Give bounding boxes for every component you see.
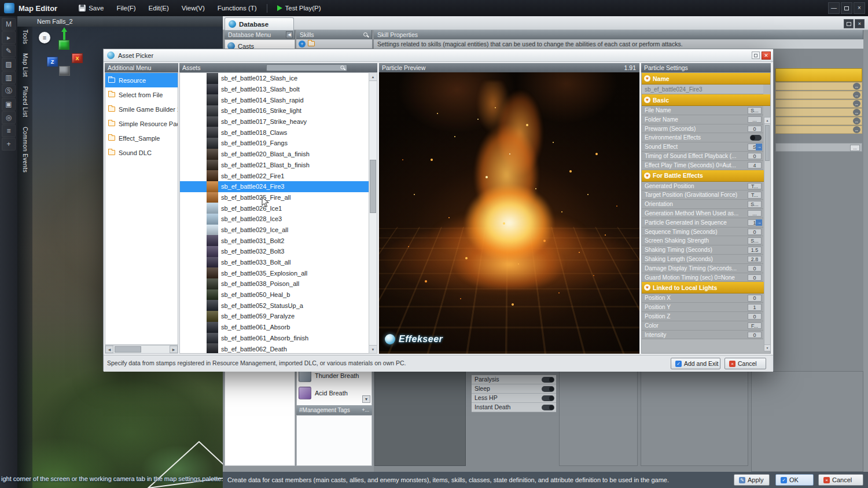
asset-list-item[interactable]: sb_ef_battle033_Bolt_all — [180, 257, 369, 268]
asset-list-item[interactable]: sb_ef_battle016_Strike_light — [180, 105, 369, 116]
attribute-header-row[interactable] — [775, 68, 862, 82]
test-play-button[interactable]: Test Play(P) — [271, 0, 328, 16]
settings-value[interactable]: T... — [748, 192, 762, 199]
asset-list-item[interactable]: sb_ef_battle059_Paralyze — [180, 311, 369, 322]
add-skill-button[interactable]: + — [299, 41, 306, 47]
more-button[interactable]: ... — [850, 145, 860, 151]
swap-icon[interactable]: ↔ — [853, 91, 860, 98]
center-cube[interactable] — [59, 66, 70, 76]
settings-value[interactable]: ... — [748, 116, 762, 123]
management-tags-panel[interactable] — [296, 415, 372, 466]
settings-value[interactable]: 0 — [748, 265, 762, 272]
zoom-tool-icon[interactable]: ◎ — [2, 111, 16, 124]
cancel-button[interactable]: × Cancel — [724, 358, 766, 369]
scrollbar-thumb[interactable] — [765, 125, 770, 161]
scroll-down-icon[interactable]: ▼ — [362, 395, 370, 403]
add-tag-button[interactable]: +... — [362, 405, 372, 415]
swap-icon[interactable]: ↔ — [853, 109, 860, 116]
collapse-left-icon[interactable]: ◀ — [286, 31, 293, 38]
z-axis-cube[interactable]: Z — [47, 57, 58, 67]
asset-list-item[interactable]: sb_ef_battle061_Absorb — [180, 322, 369, 333]
settings-value[interactable]: S... — [748, 107, 762, 114]
menu-file[interactable]: File(F) — [110, 0, 142, 16]
attribute-row[interactable]: ↔ — [775, 126, 862, 134]
settings-value[interactable]: 0 — [748, 332, 762, 339]
additional-menu-item[interactable]: Select from File — [105, 87, 178, 102]
settings-scrollbar[interactable]: ▲ ▼ — [764, 117, 771, 351]
settings-value[interactable]: ... — [748, 210, 762, 217]
tab-common-events[interactable]: Common Events — [22, 127, 28, 173]
asset-list-item[interactable]: sb_ef_battle022_Fire1 — [180, 170, 369, 181]
swap-icon[interactable]: ↔ — [853, 100, 860, 107]
menu-edit[interactable]: Edit(E) — [142, 0, 175, 16]
scroll-up-icon[interactable]: ▲ — [369, 73, 377, 81]
folder-icon[interactable] — [308, 41, 315, 46]
x-axis-cube[interactable]: X — [72, 53, 83, 63]
scroll-left-icon[interactable]: ◀ — [105, 346, 113, 353]
asset-list-item[interactable]: sb_ef_battle024_Fire3 — [180, 181, 369, 192]
settings-value[interactable]: 1 — [748, 304, 762, 311]
settings-value[interactable]: S... — [748, 237, 762, 244]
asset-list-item[interactable]: sb_ef_battle019_Fangs — [180, 138, 369, 149]
additional-menu-item[interactable]: Simple Resource Pack — [105, 116, 178, 131]
settings-value[interactable]: 4 — [748, 162, 762, 169]
cursor-tool-icon[interactable]: ▸ — [2, 31, 16, 44]
additional-menu-item[interactable]: Sound DLC — [105, 145, 178, 160]
axis-gizmo[interactable]: Z X — [46, 30, 95, 86]
asset-list-item[interactable]: sb_ef_battle052_StatusUp_a — [180, 300, 369, 311]
tab-placed-list[interactable]: Placed List — [22, 86, 28, 117]
settings-value[interactable]: 0 — [748, 153, 762, 160]
asset-list-item[interactable]: sb_ef_battle014_Slash_rapid — [180, 94, 369, 105]
close-button[interactable]: × — [854, 2, 865, 14]
asset-list-item[interactable]: sb_ef_battle032_Bolt3 — [180, 246, 369, 257]
tab-database[interactable]: Database — [225, 17, 294, 30]
fill-tool-icon[interactable]: ▨ — [2, 58, 16, 71]
settings-value[interactable]: 2.8 — [748, 256, 762, 263]
settings-value[interactable]: 0 — [748, 295, 762, 302]
settings-value[interactable]: 0 — [748, 229, 762, 236]
asset-list-item[interactable]: sb_ef_battle029_Ice_all — [180, 225, 369, 236]
scroll-down-icon[interactable]: ▼ — [369, 345, 377, 353]
tab-map-list[interactable]: Map List — [22, 53, 28, 77]
scrollbar-thumb[interactable] — [370, 160, 376, 213]
settings-value[interactable]: F... — [748, 322, 762, 329]
apply-button[interactable]: ✎ Apply — [734, 474, 770, 486]
swap-icon[interactable]: ↔ — [853, 126, 860, 133]
asset-list-item[interactable]: sb_ef_battle017_Strike_heavy — [180, 116, 369, 127]
scroll-up-icon[interactable]: ▲ — [764, 118, 770, 124]
settings-value[interactable]: T... — [748, 183, 762, 190]
attribute-row[interactable]: ↔ — [775, 91, 862, 99]
settings-value[interactable]: 0 — [748, 126, 762, 133]
asset-list-item[interactable]: sb_ef_battle020_Blast_a_finish — [180, 149, 369, 160]
crosshair-tool-icon[interactable]: + — [2, 138, 16, 151]
assets-search-input[interactable] — [266, 64, 347, 71]
skill-list-item[interactable]: Acid Breath — [299, 386, 370, 401]
settings-value[interactable]: 0 — [748, 313, 762, 320]
horizontal-scrollbar[interactable]: ◀ ▶ — [105, 345, 178, 354]
menu-functions[interactable]: Functions (T) — [211, 0, 263, 16]
asset-list-item[interactable]: sb_ef_battle062_Death — [180, 343, 369, 354]
asset-list-item[interactable]: sb_ef_battle025_Fire_all — [180, 192, 369, 203]
settings-value[interactable]: 1.5 — [748, 247, 762, 254]
maximize-button[interactable] — [844, 19, 854, 28]
assets-scrollbar[interactable]: ▲ ▼ — [369, 72, 377, 354]
cancel-button[interactable]: × Cancel — [818, 474, 863, 486]
settings-section-header[interactable]: ♥ Basic — [642, 94, 770, 106]
map-menu-button[interactable]: ≡ — [39, 32, 50, 43]
tileset-tool-icon[interactable]: ▥ — [2, 71, 16, 84]
list-tool-icon[interactable]: ≡ — [2, 124, 16, 137]
attribute-row[interactable]: ↔ — [775, 108, 862, 116]
add-and-exit-button[interactable]: ✓ Add and Exit — [671, 358, 720, 369]
asset-list-item[interactable]: sb_ef_battle026_Ice1 — [180, 203, 369, 214]
scroll-right-icon[interactable]: ▶ — [170, 346, 178, 353]
toggle-switch[interactable] — [542, 395, 554, 401]
grid-tool-icon[interactable]: ▣ — [2, 98, 16, 111]
particle-preview-viewport[interactable]: Effekseer — [379, 72, 639, 354]
asset-list-item[interactable]: sb_ef_battle013_Slash_bolt — [180, 84, 369, 95]
dialog-titlebar[interactable]: Asset Picker ✕ — [104, 49, 773, 62]
asset-list-item[interactable]: sb_ef_battle035_Explosion_all — [180, 267, 369, 278]
tab-tools[interactable]: Tools — [22, 30, 28, 44]
pencil-tool-icon[interactable]: ✎ — [2, 45, 16, 57]
settings-section-header[interactable]: ♥ For Battle Effects — [642, 170, 770, 182]
open-detail-icon[interactable]: → — [756, 219, 762, 226]
